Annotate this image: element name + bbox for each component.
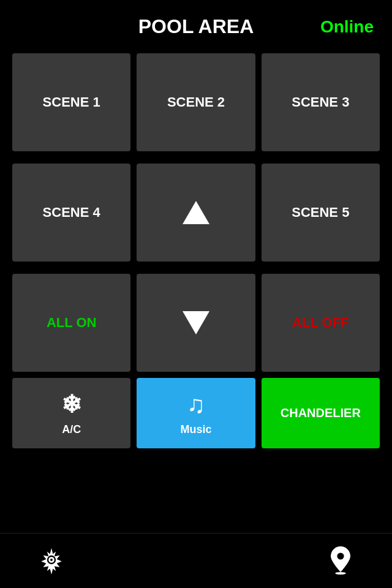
gear-icon — [37, 545, 66, 575]
footer-bar — [0, 533, 392, 588]
header: POOL AREA Online — [0, 0, 392, 47]
up-button[interactable] — [137, 164, 255, 262]
settings-button[interactable] — [37, 545, 66, 577]
all-on-label: ALL ON — [47, 315, 96, 331]
scene1-button[interactable]: SCENE 1 — [12, 53, 130, 151]
scene4-button[interactable]: SCENE 4 — [12, 164, 130, 262]
ac-label: A/C — [62, 423, 81, 436]
scene-grid-row2: SCENE 4 SCENE 5 — [0, 157, 392, 268]
page-title: POOL AREA — [80, 15, 312, 38]
music-icon: ♫ — [187, 391, 205, 418]
location-button[interactable] — [326, 545, 355, 577]
music-label: Music — [180, 423, 211, 436]
chandelier-button[interactable]: CHANDELIER — [262, 378, 380, 448]
all-off-button[interactable]: ALL OFF — [262, 274, 380, 372]
svg-point-5 — [335, 572, 346, 575]
scene3-button[interactable]: SCENE 3 — [262, 53, 380, 151]
ac-button[interactable]: ❄ A/C — [12, 378, 130, 448]
chandelier-label: CHANDELIER — [281, 406, 361, 420]
down-button[interactable] — [137, 274, 255, 372]
scene-grid-row1: SCENE 1 SCENE 2 SCENE 3 — [0, 47, 392, 157]
scene3-label: SCENE 3 — [292, 94, 349, 110]
arrow-up-icon — [183, 201, 209, 224]
svg-point-4 — [337, 552, 344, 559]
arrow-down-icon — [183, 311, 209, 334]
all-on-button[interactable]: ALL ON — [12, 274, 130, 372]
music-button[interactable]: ♫ Music — [137, 378, 255, 448]
scene5-label: SCENE 5 — [292, 205, 349, 221]
location-icon — [326, 545, 355, 575]
scene1-label: SCENE 1 — [43, 94, 100, 110]
scene4-label: SCENE 4 — [43, 205, 100, 221]
status-badge: Online — [312, 17, 374, 37]
all-off-label: ALL OFF — [292, 315, 349, 331]
bottom-grid: ❄ A/C ♫ Music CHANDELIER — [0, 378, 392, 454]
scene2-button[interactable]: SCENE 2 — [137, 53, 255, 151]
scene-grid-row3: ALL ON ALL OFF — [0, 268, 392, 378]
scene2-label: SCENE 2 — [167, 94, 225, 110]
scene5-button[interactable]: SCENE 5 — [262, 164, 380, 262]
snowflake-icon: ❄ — [61, 390, 82, 418]
svg-point-3 — [50, 559, 53, 561]
